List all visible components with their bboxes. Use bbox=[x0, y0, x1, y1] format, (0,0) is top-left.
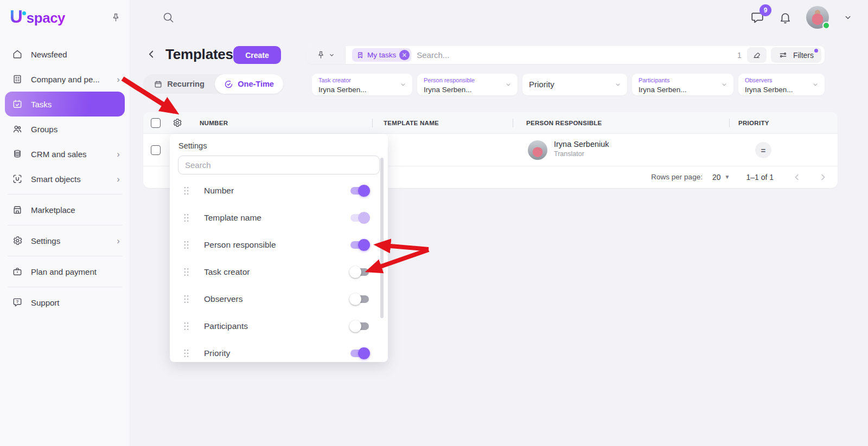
check-circle-icon bbox=[224, 80, 233, 89]
chat-badge: 9 bbox=[760, 4, 771, 16]
caret-down-icon: ▼ bbox=[724, 174, 730, 180]
filters-label: Filters bbox=[793, 51, 814, 60]
chevron-right-icon: › bbox=[117, 174, 120, 184]
toggle-template-name[interactable] bbox=[349, 212, 370, 224]
chevron-down-icon bbox=[720, 81, 728, 88]
tab-label: Recurring bbox=[167, 80, 205, 88]
column-label: Person responsible bbox=[204, 240, 349, 250]
eraser-icon bbox=[752, 50, 761, 60]
sidebar: Uspacy Newsfeed Company and pe... › Task… bbox=[0, 0, 130, 446]
filters-button[interactable]: Filters bbox=[771, 47, 821, 63]
sidebar-item-settings[interactable]: Settings › bbox=[0, 228, 130, 253]
toggle-observers[interactable] bbox=[349, 293, 370, 305]
chat-icon[interactable]: 9 bbox=[750, 10, 764, 24]
priority-medium-icon: = bbox=[755, 142, 771, 158]
smart-objects-icon bbox=[12, 173, 23, 184]
sidebar-item-crm[interactable]: CRM and sales › bbox=[0, 141, 130, 166]
back-button[interactable] bbox=[145, 48, 157, 60]
chevron-down-icon[interactable] bbox=[843, 12, 853, 22]
toggle-number[interactable] bbox=[349, 185, 370, 197]
drag-handle-icon[interactable] bbox=[183, 214, 189, 222]
topbar: 9 bbox=[130, 0, 868, 35]
person-name: Iryna Serbeniuk bbox=[554, 140, 609, 148]
tab-one-time[interactable]: One-Time bbox=[215, 74, 283, 94]
drag-handle-icon[interactable] bbox=[183, 186, 189, 195]
tab-recurring[interactable]: Recurring bbox=[143, 74, 215, 94]
search-input[interactable] bbox=[411, 50, 737, 60]
sidebar-item-marketplace[interactable]: Marketplace bbox=[0, 197, 130, 222]
chevron-right-icon: › bbox=[117, 150, 120, 159]
create-button[interactable]: Create bbox=[233, 46, 281, 64]
sidebar-item-smart-objects[interactable]: Smart objects › bbox=[0, 166, 130, 191]
filter-value: Iryna Serben... bbox=[639, 86, 687, 94]
column-divider bbox=[513, 119, 513, 127]
logo-text: spacy bbox=[27, 10, 65, 27]
filter-task-creator[interactable]: Task creatorIryna Serben... bbox=[312, 74, 412, 95]
sidebar-item-support[interactable]: ? Support bbox=[0, 290, 130, 315]
column-divider bbox=[372, 119, 373, 127]
drag-handle-icon[interactable] bbox=[183, 241, 189, 249]
drag-handle-icon[interactable] bbox=[183, 349, 189, 358]
help-chat-icon: ? bbox=[12, 297, 23, 308]
sidebar-item-label: Newsfeed bbox=[31, 50, 67, 59]
column-settings-gear-icon[interactable] bbox=[172, 118, 182, 128]
drag-handle-icon[interactable] bbox=[183, 268, 189, 276]
chevron-right-icon: › bbox=[117, 75, 120, 84]
pagination-next-button[interactable] bbox=[818, 172, 828, 182]
rows-per-page-value: 20 bbox=[712, 173, 721, 182]
select-all-checkbox[interactable] bbox=[151, 118, 161, 128]
my-tasks-chip[interactable]: My tasks bbox=[352, 48, 411, 62]
clear-filters-button[interactable] bbox=[747, 47, 767, 63]
row-avatar bbox=[528, 140, 547, 160]
rows-per-page-label: Rows per page: bbox=[651, 173, 703, 181]
calendar-icon bbox=[154, 80, 163, 89]
sidebar-item-plan-payment[interactable]: Plan and payment bbox=[0, 259, 130, 284]
pagination-range: 1–1 of 1 bbox=[746, 173, 774, 182]
pinned-filters-dropdown[interactable] bbox=[307, 46, 346, 64]
filter-person-responsible[interactable]: Person responsibleIryna Serben... bbox=[417, 74, 518, 95]
rows-per-page-select[interactable]: 20 ▼ bbox=[712, 173, 730, 182]
sidebar-divider bbox=[8, 256, 122, 256]
pagination-prev-button[interactable] bbox=[792, 172, 802, 182]
filter-observers[interactable]: ObserversIryna Serben... bbox=[738, 74, 825, 95]
logo-letter: U bbox=[10, 9, 23, 25]
sidebar-item-tasks[interactable]: Tasks bbox=[5, 92, 125, 117]
filter-value: Iryna Serben... bbox=[318, 86, 367, 94]
popover-title: Settings bbox=[170, 134, 388, 156]
svg-text:?: ? bbox=[16, 299, 19, 304]
sidebar-item-newsfeed[interactable]: Newsfeed bbox=[0, 42, 130, 67]
sidebar-item-label: Support bbox=[31, 298, 60, 307]
coins-icon bbox=[12, 148, 23, 159]
toggle-priority[interactable] bbox=[349, 347, 370, 359]
drag-handle-icon[interactable] bbox=[183, 295, 189, 303]
drag-handle-icon[interactable] bbox=[183, 322, 189, 331]
user-avatar[interactable] bbox=[806, 6, 829, 29]
search-icon[interactable] bbox=[162, 11, 175, 24]
sidebar-item-label: Tasks bbox=[31, 100, 52, 109]
popover-scrollbar[interactable] bbox=[380, 158, 384, 318]
filter-priority[interactable]: Priority bbox=[522, 74, 627, 95]
chevron-down-icon bbox=[505, 81, 512, 88]
toggle-participants[interactable] bbox=[349, 320, 370, 332]
sidebar-divider bbox=[8, 287, 122, 287]
bell-icon[interactable] bbox=[778, 11, 792, 24]
sidebar-item-groups[interactable]: Groups bbox=[0, 117, 130, 141]
wallet-icon bbox=[12, 266, 23, 277]
popover-column-list: Number Template name Person responsible … bbox=[170, 177, 388, 367]
sidebar-pin-icon[interactable] bbox=[111, 12, 121, 23]
filter-count: 1 bbox=[737, 51, 742, 60]
filter-value: Iryna Serben... bbox=[745, 86, 793, 94]
filter-participants[interactable]: ParticipantsIryna Serben... bbox=[632, 74, 733, 95]
chip-remove-icon[interactable] bbox=[399, 50, 410, 60]
sidebar-item-company[interactable]: Company and pe... › bbox=[0, 67, 130, 92]
toggle-task-creator[interactable] bbox=[349, 266, 370, 278]
column-label: Task creator bbox=[204, 267, 349, 277]
uspacy-logo[interactable]: Uspacy bbox=[10, 9, 65, 27]
toggle-person-responsible[interactable] bbox=[349, 239, 370, 251]
row-checkbox[interactable] bbox=[151, 145, 161, 155]
store-icon bbox=[12, 204, 23, 215]
column-toggle-row-observers: Observers bbox=[170, 286, 388, 313]
popover-search-input[interactable] bbox=[178, 156, 380, 174]
chevron-down-icon bbox=[614, 81, 622, 88]
online-status-dot bbox=[822, 22, 830, 29]
